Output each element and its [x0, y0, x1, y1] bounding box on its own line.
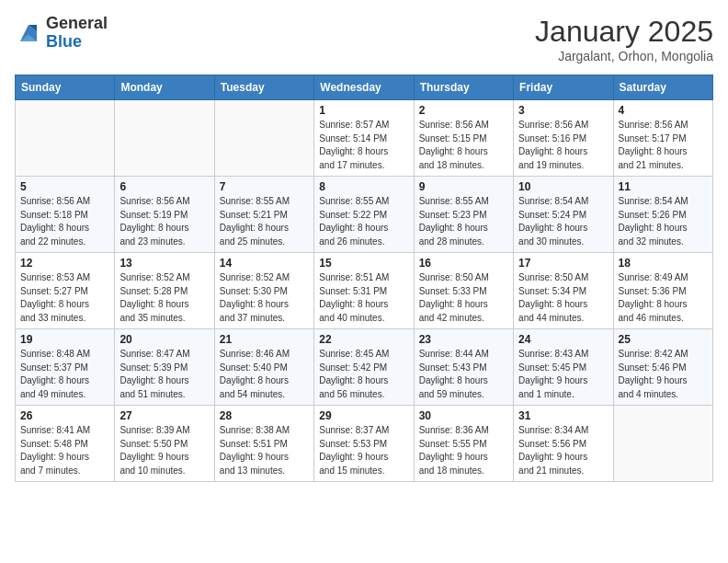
weekday-header-saturday: Saturday — [613, 75, 712, 100]
day-number: 21 — [220, 333, 309, 346]
calendar-cell: 7Sunrise: 8:55 AM Sunset: 5:21 PM Daylig… — [214, 177, 313, 253]
week-row-2: 5Sunrise: 8:56 AM Sunset: 5:18 PM Daylig… — [16, 177, 713, 253]
day-number: 22 — [319, 333, 408, 346]
day-info: Sunrise: 8:51 AM Sunset: 5:31 PM Dayligh… — [319, 271, 408, 325]
calendar-cell: 29Sunrise: 8:37 AM Sunset: 5:53 PM Dayli… — [314, 406, 414, 482]
day-number: 4 — [619, 104, 708, 117]
calendar-table: SundayMondayTuesdayWednesdayThursdayFrid… — [15, 75, 713, 482]
calendar-cell: 28Sunrise: 8:38 AM Sunset: 5:51 PM Dayli… — [214, 406, 313, 482]
day-number: 18 — [619, 257, 708, 270]
calendar-cell: 23Sunrise: 8:44 AM Sunset: 5:43 PM Dayli… — [414, 329, 513, 406]
day-info: Sunrise: 8:34 AM Sunset: 5:56 PM Dayligh… — [518, 424, 608, 477]
day-info: Sunrise: 8:56 AM Sunset: 5:15 PM Dayligh… — [419, 119, 508, 172]
day-number: 31 — [518, 409, 608, 422]
calendar-cell: 6Sunrise: 8:56 AM Sunset: 5:19 PM Daylig… — [115, 177, 214, 253]
calendar-cell — [115, 100, 214, 177]
day-info: Sunrise: 8:52 AM Sunset: 5:30 PM Dayligh… — [220, 271, 309, 325]
day-info: Sunrise: 8:45 AM Sunset: 5:42 PM Dayligh… — [319, 348, 408, 401]
day-info: Sunrise: 8:56 AM Sunset: 5:18 PM Dayligh… — [20, 195, 109, 248]
day-info: Sunrise: 8:56 AM Sunset: 5:19 PM Dayligh… — [119, 195, 209, 248]
day-number: 30 — [419, 409, 508, 422]
calendar-cell: 11Sunrise: 8:54 AM Sunset: 5:26 PM Dayli… — [613, 177, 712, 253]
day-info: Sunrise: 8:49 AM Sunset: 5:36 PM Dayligh… — [619, 271, 708, 325]
logo-icon — [15, 19, 42, 47]
calendar-cell: 22Sunrise: 8:45 AM Sunset: 5:42 PM Dayli… — [314, 329, 414, 406]
calendar-cell: 3Sunrise: 8:56 AM Sunset: 5:16 PM Daylig… — [514, 100, 613, 177]
calendar-cell: 21Sunrise: 8:46 AM Sunset: 5:40 PM Dayli… — [214, 329, 313, 406]
calendar-cell: 4Sunrise: 8:56 AM Sunset: 5:17 PM Daylig… — [613, 100, 712, 177]
calendar-cell: 15Sunrise: 8:51 AM Sunset: 5:31 PM Dayli… — [314, 253, 414, 329]
calendar-cell — [214, 100, 313, 177]
day-number: 2 — [419, 104, 508, 117]
week-row-4: 19Sunrise: 8:48 AM Sunset: 5:37 PM Dayli… — [16, 329, 713, 406]
day-info: Sunrise: 8:36 AM Sunset: 5:55 PM Dayligh… — [419, 424, 508, 477]
calendar-cell: 5Sunrise: 8:56 AM Sunset: 5:18 PM Daylig… — [16, 177, 115, 253]
day-info: Sunrise: 8:44 AM Sunset: 5:43 PM Dayligh… — [419, 348, 508, 401]
day-number: 11 — [619, 180, 708, 193]
calendar-cell: 8Sunrise: 8:55 AM Sunset: 5:22 PM Daylig… — [314, 177, 414, 253]
calendar-cell: 27Sunrise: 8:39 AM Sunset: 5:50 PM Dayli… — [115, 406, 214, 482]
day-number: 10 — [518, 180, 608, 193]
day-number: 13 — [119, 257, 209, 270]
calendar-cell: 14Sunrise: 8:52 AM Sunset: 5:30 PM Dayli… — [214, 253, 313, 329]
day-info: Sunrise: 8:52 AM Sunset: 5:28 PM Dayligh… — [119, 271, 209, 325]
calendar-cell: 26Sunrise: 8:41 AM Sunset: 5:48 PM Dayli… — [16, 406, 115, 482]
day-info: Sunrise: 8:54 AM Sunset: 5:24 PM Dayligh… — [518, 195, 608, 248]
calendar-header: SundayMondayTuesdayWednesdayThursdayFrid… — [16, 75, 713, 100]
weekday-header-row: SundayMondayTuesdayWednesdayThursdayFrid… — [16, 75, 713, 100]
day-info: Sunrise: 8:57 AM Sunset: 5:14 PM Dayligh… — [319, 119, 408, 172]
day-number: 19 — [20, 333, 109, 346]
month-title: January 2025 — [535, 15, 713, 49]
day-number: 3 — [518, 104, 608, 117]
day-info: Sunrise: 8:56 AM Sunset: 5:17 PM Dayligh… — [619, 119, 708, 172]
page-header: General Blue January 2025 Jargalant, Orh… — [15, 15, 713, 63]
logo: General Blue — [15, 15, 108, 52]
day-number: 15 — [319, 257, 408, 270]
day-number: 24 — [518, 333, 608, 346]
calendar-cell: 1Sunrise: 8:57 AM Sunset: 5:14 PM Daylig… — [314, 100, 414, 177]
day-number: 8 — [319, 180, 408, 193]
calendar-cell: 9Sunrise: 8:55 AM Sunset: 5:23 PM Daylig… — [414, 177, 513, 253]
day-number: 23 — [419, 333, 508, 346]
day-info: Sunrise: 8:50 AM Sunset: 5:33 PM Dayligh… — [419, 271, 508, 325]
day-info: Sunrise: 8:50 AM Sunset: 5:34 PM Dayligh… — [518, 271, 608, 325]
day-info: Sunrise: 8:54 AM Sunset: 5:26 PM Dayligh… — [619, 195, 708, 248]
week-row-1: 1Sunrise: 8:57 AM Sunset: 5:14 PM Daylig… — [16, 100, 713, 177]
calendar-cell: 17Sunrise: 8:50 AM Sunset: 5:34 PM Dayli… — [514, 253, 613, 329]
calendar-cell: 30Sunrise: 8:36 AM Sunset: 5:55 PM Dayli… — [414, 406, 513, 482]
day-info: Sunrise: 8:55 AM Sunset: 5:22 PM Dayligh… — [319, 195, 408, 248]
week-row-5: 26Sunrise: 8:41 AM Sunset: 5:48 PM Dayli… — [16, 406, 713, 482]
day-number: 20 — [119, 333, 209, 346]
calendar-cell: 2Sunrise: 8:56 AM Sunset: 5:15 PM Daylig… — [414, 100, 513, 177]
day-info: Sunrise: 8:46 AM Sunset: 5:40 PM Dayligh… — [220, 348, 309, 401]
day-number: 26 — [20, 409, 109, 422]
day-number: 9 — [419, 180, 508, 193]
calendar-cell — [16, 100, 115, 177]
day-number: 17 — [518, 257, 608, 270]
day-info: Sunrise: 8:38 AM Sunset: 5:51 PM Dayligh… — [220, 424, 309, 477]
day-number: 16 — [419, 257, 508, 270]
calendar-body: 1Sunrise: 8:57 AM Sunset: 5:14 PM Daylig… — [16, 100, 713, 482]
day-info: Sunrise: 8:47 AM Sunset: 5:39 PM Dayligh… — [119, 348, 209, 401]
day-info: Sunrise: 8:55 AM Sunset: 5:21 PM Dayligh… — [220, 195, 309, 248]
day-number: 7 — [220, 180, 309, 193]
day-number: 25 — [619, 333, 708, 346]
title-block: January 2025 Jargalant, Orhon, Mongolia — [535, 15, 713, 63]
day-number: 14 — [220, 257, 309, 270]
weekday-header-tuesday: Tuesday — [214, 75, 313, 100]
calendar-cell: 18Sunrise: 8:49 AM Sunset: 5:36 PM Dayli… — [613, 253, 712, 329]
calendar-cell: 20Sunrise: 8:47 AM Sunset: 5:39 PM Dayli… — [115, 329, 214, 406]
calendar-cell: 24Sunrise: 8:43 AM Sunset: 5:45 PM Dayli… — [514, 329, 613, 406]
weekday-header-friday: Friday — [514, 75, 613, 100]
logo-text: General Blue — [46, 15, 108, 52]
day-info: Sunrise: 8:37 AM Sunset: 5:53 PM Dayligh… — [319, 424, 408, 477]
day-number: 12 — [20, 257, 109, 270]
calendar-cell — [613, 406, 712, 482]
location: Jargalant, Orhon, Mongolia — [535, 49, 713, 63]
day-number: 28 — [220, 409, 309, 422]
weekday-header-thursday: Thursday — [414, 75, 513, 100]
day-info: Sunrise: 8:42 AM Sunset: 5:46 PM Dayligh… — [619, 348, 708, 401]
week-row-3: 12Sunrise: 8:53 AM Sunset: 5:27 PM Dayli… — [16, 253, 713, 329]
day-info: Sunrise: 8:43 AM Sunset: 5:45 PM Dayligh… — [518, 348, 608, 401]
weekday-header-sunday: Sunday — [16, 75, 115, 100]
